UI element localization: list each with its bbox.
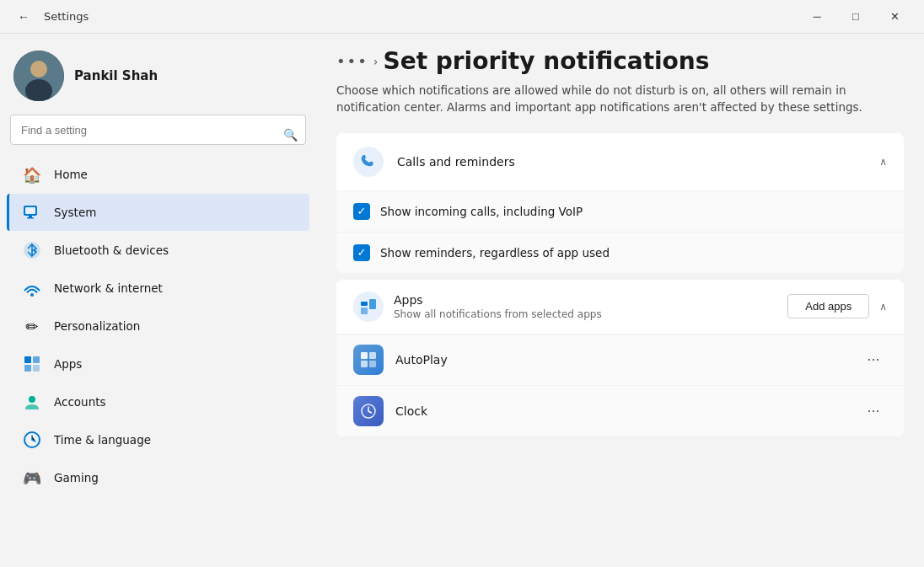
clock-item: Clock ··· bbox=[336, 385, 904, 436]
sidebar-item-label: Bluetooth & devices bbox=[54, 243, 169, 257]
clock-more-button[interactable]: ··· bbox=[860, 398, 887, 425]
autoplay-more-button[interactable]: ··· bbox=[860, 346, 887, 373]
svg-rect-5 bbox=[29, 216, 32, 217]
svg-rect-19 bbox=[369, 352, 376, 359]
search-container: 🔍 bbox=[0, 115, 316, 155]
sidebar-item-label: Gaming bbox=[54, 471, 99, 484]
clock-icon bbox=[353, 396, 384, 426]
incoming-calls-label: Show incoming calls, including VoIP bbox=[380, 205, 583, 218]
apps-chevron-icon[interactable]: ∧ bbox=[879, 301, 887, 313]
checkbox-reminders[interactable]: Show reminders, regardless of app used bbox=[336, 232, 904, 273]
back-button[interactable]: ← bbox=[10, 3, 37, 30]
window-controls: ─ □ ✕ bbox=[798, 0, 914, 34]
sidebar-item-network[interactable]: Network & internet bbox=[7, 270, 309, 307]
close-button[interactable]: ✕ bbox=[875, 0, 914, 34]
sidebar-item-gaming[interactable]: 🎮 Gaming bbox=[7, 459, 309, 496]
home-icon: 🏠 bbox=[20, 163, 44, 186]
clock-name: Clock bbox=[395, 404, 860, 418]
apps-card: Apps Show all notifications from selecte… bbox=[336, 280, 904, 436]
sidebar-item-bluetooth[interactable]: Bluetooth & devices bbox=[7, 232, 309, 269]
maximize-button[interactable]: □ bbox=[836, 0, 875, 34]
reminders-checkbox[interactable] bbox=[353, 244, 370, 261]
sidebar-item-time[interactable]: Time & language bbox=[7, 421, 309, 458]
apps-icon bbox=[20, 352, 44, 376]
svg-rect-4 bbox=[25, 207, 35, 214]
svg-rect-17 bbox=[361, 308, 368, 314]
search-input[interactable] bbox=[10, 115, 306, 145]
gaming-icon: 🎮 bbox=[20, 466, 44, 489]
svg-point-13 bbox=[29, 396, 35, 403]
svg-rect-21 bbox=[369, 361, 376, 367]
autoplay-item: AutoPlay ··· bbox=[336, 334, 904, 385]
svg-point-1 bbox=[30, 61, 47, 78]
apps-subtitle: Show all notifications from selected app… bbox=[394, 308, 777, 320]
avatar bbox=[13, 51, 64, 101]
page-description: Choose which notifications are allowed w… bbox=[336, 82, 904, 116]
calls-chevron-icon[interactable]: ∧ bbox=[879, 156, 887, 168]
sidebar-item-label: Home bbox=[54, 168, 88, 181]
minimize-button[interactable]: ─ bbox=[798, 0, 836, 34]
calls-section-header[interactable]: Calls and reminders ∧ bbox=[336, 133, 904, 190]
calls-section-title: Calls and reminders bbox=[397, 155, 879, 168]
nav-list: 🏠 Home System bbox=[0, 155, 316, 497]
bluetooth-icon bbox=[20, 238, 44, 262]
sidebar-item-personalization[interactable]: ✏️ Personalization bbox=[7, 308, 309, 345]
svg-rect-10 bbox=[33, 356, 40, 363]
time-icon bbox=[20, 428, 44, 452]
calls-reminders-card: Calls and reminders ∧ Show incoming call… bbox=[336, 133, 904, 273]
autoplay-name: AutoPlay bbox=[395, 353, 860, 366]
search-icon: 🔍 bbox=[283, 128, 298, 142]
titlebar-title: Settings bbox=[44, 10, 89, 23]
svg-rect-9 bbox=[24, 356, 31, 363]
titlebar: ← Settings ─ □ ✕ bbox=[0, 0, 924, 34]
svg-rect-15 bbox=[361, 302, 368, 306]
calls-icon bbox=[353, 147, 384, 177]
svg-rect-12 bbox=[33, 365, 40, 372]
svg-rect-6 bbox=[27, 217, 34, 219]
sidebar-item-apps[interactable]: Apps bbox=[7, 345, 309, 382]
user-profile[interactable]: Pankil Shah bbox=[0, 34, 316, 115]
svg-rect-18 bbox=[361, 352, 368, 359]
svg-point-8 bbox=[30, 293, 34, 297]
apps-info: Apps Show all notifications from selecte… bbox=[394, 293, 777, 320]
sidebar-item-label: System bbox=[54, 206, 96, 219]
breadcrumb-arrow: › bbox=[373, 55, 379, 68]
user-name: Pankil Shah bbox=[74, 68, 158, 83]
sidebar-item-label: Accounts bbox=[54, 395, 106, 409]
incoming-calls-checkbox[interactable] bbox=[353, 203, 370, 220]
sidebar-item-label: Time & language bbox=[54, 433, 151, 447]
content-area: ••• › Set priority notifications Choose … bbox=[316, 34, 924, 567]
add-apps-button[interactable]: Add apps bbox=[787, 294, 869, 318]
network-icon bbox=[20, 276, 44, 300]
sidebar-item-label: Network & internet bbox=[54, 281, 163, 295]
apps-title: Apps bbox=[394, 293, 777, 307]
breadcrumb-dots[interactable]: ••• bbox=[336, 52, 368, 70]
autoplay-icon bbox=[353, 345, 384, 375]
sidebar-item-system[interactable]: System bbox=[7, 194, 309, 231]
sidebar: Pankil Shah 🔍 🏠 Home bbox=[0, 34, 316, 567]
system-icon bbox=[20, 201, 44, 224]
personalization-icon: ✏️ bbox=[20, 314, 44, 338]
svg-rect-20 bbox=[361, 361, 368, 367]
sidebar-item-label: Personalization bbox=[54, 319, 140, 333]
svg-rect-11 bbox=[24, 365, 31, 372]
apps-section-header: Apps Show all notifications from selecte… bbox=[336, 280, 904, 334]
apps-section-icon bbox=[353, 292, 384, 322]
sidebar-item-label: Apps bbox=[54, 357, 82, 371]
checkbox-incoming-calls[interactable]: Show incoming calls, including VoIP bbox=[336, 190, 904, 232]
svg-rect-16 bbox=[369, 299, 376, 309]
page-title: Set priority notifications bbox=[383, 47, 709, 75]
main-layout: Pankil Shah 🔍 🏠 Home bbox=[0, 34, 924, 567]
sidebar-item-accounts[interactable]: Accounts bbox=[7, 383, 309, 420]
avatar-image bbox=[13, 51, 64, 101]
sidebar-item-home[interactable]: 🏠 Home bbox=[7, 156, 309, 193]
page-header: ••• › Set priority notifications bbox=[336, 34, 904, 82]
accounts-icon bbox=[20, 390, 44, 414]
reminders-label: Show reminders, regardless of app used bbox=[380, 246, 610, 259]
